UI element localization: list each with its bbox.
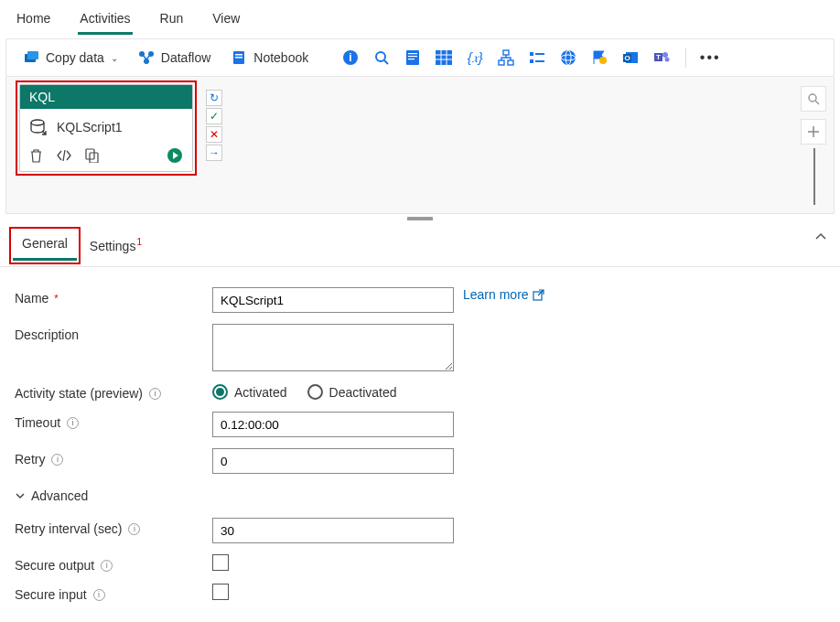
svg-rect-6 — [235, 54, 242, 56]
name-input[interactable] — [212, 287, 454, 313]
copy-icon[interactable] — [85, 148, 99, 163]
tab-general-highlight: General — [9, 227, 81, 264]
svg-point-39 — [31, 120, 44, 125]
activity-node[interactable]: KQL KQLScript1 — [19, 84, 193, 172]
dataflow-label: Dataflow — [161, 50, 210, 65]
delete-icon[interactable] — [29, 148, 43, 163]
nav-view[interactable]: View — [210, 7, 242, 35]
script-icon[interactable] — [400, 45, 425, 70]
secure-output-label: Secure output — [15, 558, 94, 573]
teams-icon[interactable]: T — [649, 45, 674, 70]
info-icon-retry[interactable]: i — [51, 454, 63, 466]
radio-dot-activated — [212, 384, 228, 400]
retry-input[interactable] — [212, 448, 454, 474]
main-nav: Home Activities Run View — [0, 0, 840, 35]
svg-rect-25 — [535, 53, 544, 55]
description-label: Description — [15, 327, 79, 342]
activities-toolbar: Copy data ⌄ Dataflow Notebook i {𝑥} O T … — [5, 38, 835, 77]
chevron-down-icon: ⌄ — [111, 53, 118, 63]
info-icon-retry-int[interactable]: i — [128, 523, 140, 535]
list-icon[interactable] — [524, 45, 550, 70]
svg-rect-14 — [408, 56, 417, 57]
info-icon-state[interactable]: i — [149, 388, 161, 400]
advanced-expander[interactable]: Advanced — [15, 485, 825, 507]
nav-run[interactable]: Run — [158, 7, 186, 35]
svg-point-36 — [662, 52, 668, 58]
dataflow-button[interactable]: Dataflow — [131, 45, 218, 70]
required-asterisk: * — [54, 293, 58, 304]
dataflow-icon — [138, 49, 155, 66]
svg-rect-1 — [27, 51, 38, 59]
general-form: Name* Learn more Description Activity st… — [0, 267, 840, 622]
secure-input-label: Secure input — [15, 587, 87, 602]
settings-badge: 1 — [136, 237, 142, 247]
svg-text:T: T — [656, 53, 661, 61]
svg-point-10 — [376, 52, 385, 61]
secure-input-checkbox[interactable] — [212, 584, 229, 600]
variable-icon[interactable]: {𝑥} — [462, 45, 488, 70]
info-icon-sec-in[interactable]: i — [93, 589, 105, 601]
code-icon[interactable] — [56, 149, 72, 162]
copy-data-icon — [23, 49, 39, 66]
retry-label: Retry — [15, 452, 45, 466]
svg-rect-24 — [530, 52, 533, 56]
notebook-label: Notebook — [253, 50, 308, 65]
canvas-add-icon[interactable] — [801, 119, 826, 145]
nav-activities[interactable]: Activities — [78, 7, 132, 35]
svg-point-28 — [561, 50, 576, 65]
info-icon-timeout[interactable]: i — [67, 417, 79, 429]
svg-rect-22 — [499, 60, 504, 65]
radio-activated-label: Activated — [234, 385, 287, 400]
description-input[interactable] — [212, 324, 454, 371]
handle-fail-icon[interactable]: ✕ — [206, 126, 222, 143]
table-icon[interactable] — [431, 45, 457, 70]
svg-line-11 — [384, 60, 388, 64]
tab-settings[interactable]: Settings1 — [81, 233, 150, 261]
svg-rect-15 — [408, 59, 415, 59]
handle-success-icon[interactable]: ✓ — [206, 108, 222, 124]
canvas-scrollbar[interactable] — [813, 148, 815, 205]
radio-activated[interactable]: Activated — [212, 384, 287, 400]
secure-output-checkbox[interactable] — [212, 554, 229, 571]
copy-data-label: Copy data — [46, 50, 104, 65]
splitter-handle[interactable] — [0, 214, 840, 223]
name-label: Name — [15, 291, 48, 306]
learn-more-link[interactable]: Learn more — [463, 287, 544, 302]
svg-rect-27 — [535, 60, 544, 62]
svg-rect-13 — [408, 53, 417, 54]
info-icon[interactable]: i — [338, 45, 363, 70]
activity-node-highlight: KQL KQLScript1 ↻ ✓ ✕ → — [16, 80, 197, 176]
run-icon[interactable] — [167, 147, 183, 164]
svg-line-44 — [815, 101, 819, 104]
hierarchy-icon[interactable] — [493, 45, 519, 70]
svg-rect-26 — [530, 59, 533, 63]
notebook-button[interactable]: Notebook — [223, 45, 316, 70]
search-icon[interactable] — [369, 45, 394, 70]
collapse-panel-icon[interactable] — [814, 231, 827, 243]
canvas-search-icon[interactable] — [801, 86, 826, 112]
notebook-icon — [231, 49, 247, 66]
pipeline-canvas[interactable]: KQL KQLScript1 ↻ ✓ ✕ → — [5, 77, 835, 214]
nav-home[interactable]: Home — [15, 7, 52, 35]
flag-icon[interactable] — [587, 45, 612, 70]
external-link-icon — [533, 289, 544, 301]
radio-deactivated[interactable]: Deactivated — [307, 384, 397, 400]
timeout-input[interactable] — [212, 412, 454, 437]
svg-point-37 — [665, 58, 670, 62]
more-button[interactable]: ••• — [697, 45, 723, 70]
property-tabs: General Settings1 — [0, 223, 840, 267]
handle-refresh-icon[interactable]: ↻ — [206, 90, 222, 106]
handle-skip-icon[interactable]: → — [206, 145, 222, 161]
database-icon — [29, 118, 48, 136]
tab-general[interactable]: General — [13, 231, 77, 261]
retry-interval-input[interactable] — [212, 518, 454, 543]
info-icon-sec-out[interactable]: i — [101, 560, 113, 572]
outlook-icon[interactable]: O — [618, 45, 643, 70]
svg-point-43 — [809, 94, 816, 102]
radio-dot-deactivated — [307, 384, 323, 400]
globe-icon[interactable] — [555, 45, 581, 70]
copy-data-button[interactable]: Copy data ⌄ — [16, 45, 125, 70]
svg-point-31 — [599, 57, 607, 64]
retry-interval-label: Retry interval (sec) — [15, 521, 122, 536]
radio-deactivated-label: Deactivated — [329, 385, 397, 400]
